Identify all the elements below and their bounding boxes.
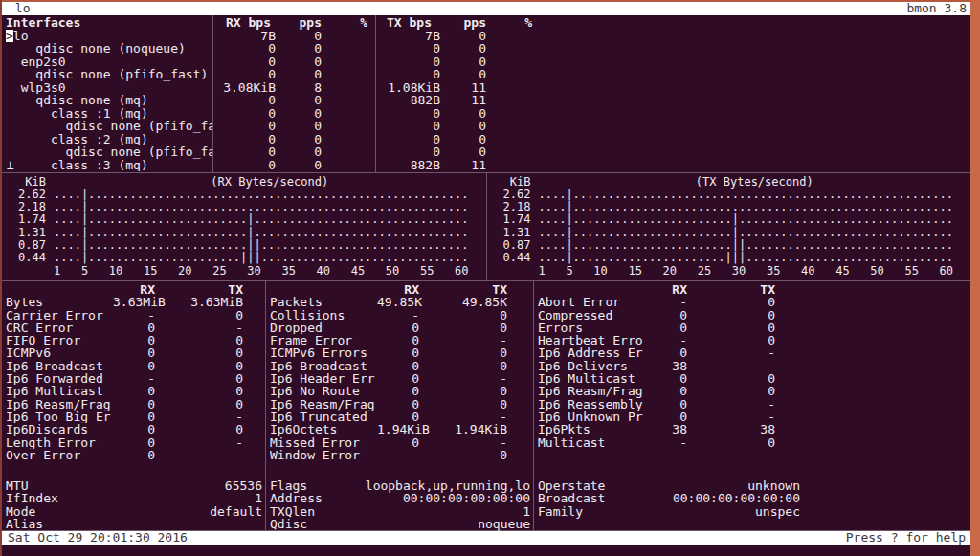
tx-bps: 0 bbox=[373, 107, 440, 121]
tx-pps: 11 bbox=[440, 159, 486, 172]
interfaces-panel: Interfaces RX bps pps % TX bps pps % >lo… bbox=[2, 15, 970, 172]
rx-bps: 7B bbox=[212, 30, 276, 43]
interface-name: qdisc none (mq) bbox=[2, 94, 212, 107]
rx-pps: 0 bbox=[276, 42, 322, 56]
stat-row: Ip6 Forwarded-0 bbox=[6, 372, 265, 385]
tx-pct bbox=[486, 56, 532, 69]
interface-row-wlp3s0[interactable]: wlp3s0 3.08KiB 8 1.08KiB 11 bbox=[2, 81, 970, 95]
tx-header: TX bbox=[687, 283, 775, 296]
tx-pps: 0 bbox=[440, 107, 486, 121]
tx-pct bbox=[486, 120, 532, 133]
stat-row: Ip6 Reasm/Frag00 bbox=[6, 398, 265, 411]
interface-row[interactable]: qdisc none (pfifo_fast) 0 0 0 0 bbox=[2, 68, 970, 81]
rx-pps: 0 bbox=[276, 159, 322, 172]
rx-bps: 0 bbox=[212, 107, 276, 121]
graph-row: ....|.......................||..........… bbox=[539, 239, 953, 252]
rx-bps: 3.08KiB bbox=[212, 81, 276, 95]
rx-pps: 0 bbox=[276, 30, 322, 43]
stat-row: Ip6 Truncated0- bbox=[270, 411, 533, 423]
stats-pane-1: RXTX Bytes3.63MiB3.63MiB Carrier Error-0… bbox=[2, 281, 266, 478]
tx-graph-title: (TX Bytes/second) bbox=[539, 175, 971, 189]
col-header-tx-pct: % bbox=[486, 16, 532, 30]
tx-pps: 0 bbox=[440, 42, 486, 56]
interface-row[interactable]: qdisc none (pfifo_fast) 0 0 0 0 bbox=[2, 145, 970, 159]
detail-row: IfIndex1 bbox=[6, 492, 262, 504]
stat-row: Frame Error0- bbox=[270, 334, 533, 346]
stat-row: Ip6 Broadcast00 bbox=[6, 360, 265, 372]
interface-row-lo[interactable]: >lo 7B 0 7B 0 bbox=[2, 30, 970, 43]
stat-row: Ip6Discards00 bbox=[6, 423, 265, 435]
selected-interface-title: lo bbox=[8, 2, 30, 15]
detail-row: TXQlen1 bbox=[270, 505, 530, 518]
rx-pct bbox=[322, 145, 368, 159]
detail-row: MTU65536 bbox=[6, 479, 262, 492]
tx-bps: 882B bbox=[373, 159, 440, 172]
stat-row: Multicast-0 bbox=[538, 436, 970, 449]
interface-row[interactable]: class :2 (mq) 0 0 0 0 bbox=[2, 133, 970, 146]
col-header-tx-pps: pps bbox=[440, 16, 486, 30]
interface-row[interactable]: qdisc none (mq) 0 0 882B 11 bbox=[2, 94, 970, 107]
graph-row: ....|......................|||..........… bbox=[54, 252, 468, 264]
stat-row: Ip6 Broadcast00 bbox=[270, 360, 533, 372]
tx-pps: 0 bbox=[440, 56, 486, 69]
stat-row: Ip6Pkts3838 bbox=[538, 423, 970, 435]
stat-row: Carrier Error-0 bbox=[6, 309, 265, 322]
tx-bps: 0 bbox=[373, 145, 440, 159]
stat-row: Bytes3.63MiB3.63MiB bbox=[6, 296, 265, 308]
tx-pps: 0 bbox=[440, 145, 486, 159]
interface-row[interactable]: class :1 (mq) 0 0 0 0 bbox=[2, 107, 970, 121]
stat-row: Over Error0- bbox=[6, 449, 265, 461]
rx-bps: 0 bbox=[212, 133, 276, 146]
stat-row: Ip6 Unknown Pr0- bbox=[538, 411, 970, 423]
rx-pct bbox=[322, 120, 368, 133]
clock-text: Sat Oct 29 20:01:30 2016 bbox=[8, 531, 188, 545]
y-tick: 0.87 bbox=[2, 239, 46, 252]
rx-pct bbox=[322, 42, 368, 56]
stats-pane-3: RXTX Abort Error-0 Compressed00 Errors00… bbox=[534, 281, 970, 478]
graph-row: ....|.......................||..........… bbox=[54, 239, 468, 252]
stat-row: Ip6 Multicast00 bbox=[6, 385, 265, 397]
stat-row: Ip6Octets1.94KiB1.94KiB bbox=[270, 423, 533, 435]
y-tick: 0.44 bbox=[487, 252, 531, 264]
col-header-rx-bps: RX bps bbox=[212, 16, 276, 30]
rx-header: RX bbox=[377, 283, 419, 296]
stat-row: Errors00 bbox=[538, 322, 970, 334]
details-pane-1: MTU65536 IfIndex1 Modedefault Alias bbox=[2, 478, 266, 530]
detail-row: Alias bbox=[6, 518, 262, 530]
stat-row: ICMPv6 Errors00 bbox=[270, 346, 533, 359]
rx-pct bbox=[322, 159, 368, 172]
detail-row: Familyunspec bbox=[538, 505, 800, 518]
interface-row[interactable]: class :3 (mq) 0 0 882B 11 bbox=[2, 159, 970, 172]
interface-row-enp2s0[interactable]: enp2s0 0 0 0 0 bbox=[2, 56, 970, 69]
stat-row: Ip6 Delivers38- bbox=[538, 360, 970, 372]
graph-row: ....|......................|||..........… bbox=[539, 252, 953, 264]
rx-pct bbox=[322, 30, 368, 43]
statistics-section: RXTX Bytes3.63MiB3.63MiB Carrier Error-0… bbox=[2, 281, 970, 478]
interface-name: qdisc none (noqueue) bbox=[2, 42, 212, 56]
rx-pps: 0 bbox=[276, 68, 322, 81]
stat-row: ICMPv600 bbox=[6, 346, 265, 359]
rx-pct bbox=[322, 81, 368, 95]
stat-row: Heartbeat Erro-0 bbox=[538, 334, 970, 346]
status-bar: Sat Oct 29 20:01:30 2016 Press ? for hel… bbox=[2, 531, 970, 545]
tx-pps: 11 bbox=[440, 94, 486, 107]
stat-row: Ip6 Reasm/Frag00 bbox=[270, 398, 533, 411]
rx-pps: 8 bbox=[276, 81, 322, 95]
rx-pps: 0 bbox=[276, 94, 322, 107]
rx-pps: 0 bbox=[276, 145, 322, 159]
tx-pct bbox=[486, 133, 532, 146]
rx-pps: 0 bbox=[276, 133, 322, 146]
y-tick: 1.74 bbox=[487, 213, 531, 226]
stats-pane-2: RXTX Packets49.85K49.85K Collisions-0 Dr… bbox=[266, 281, 534, 478]
graph-row: ....|.......................|...........… bbox=[539, 227, 953, 239]
col-header-rx-pct: % bbox=[322, 16, 368, 30]
y-tick: 0.44 bbox=[2, 252, 46, 264]
detail-row: Operstateunknown bbox=[538, 479, 800, 492]
rx-header: RX bbox=[645, 283, 687, 296]
stat-row: Collisions-0 bbox=[270, 309, 533, 322]
graph-row: ....|.......................|...........… bbox=[539, 213, 953, 226]
interface-row[interactable]: qdisc none (pfifo_fast) 0 0 0 0 bbox=[2, 120, 970, 133]
rx-pps: 0 bbox=[276, 120, 322, 133]
interface-row[interactable]: qdisc none (noqueue) 0 0 0 0 bbox=[2, 42, 970, 56]
col-header-rx-pps: pps bbox=[276, 16, 322, 30]
